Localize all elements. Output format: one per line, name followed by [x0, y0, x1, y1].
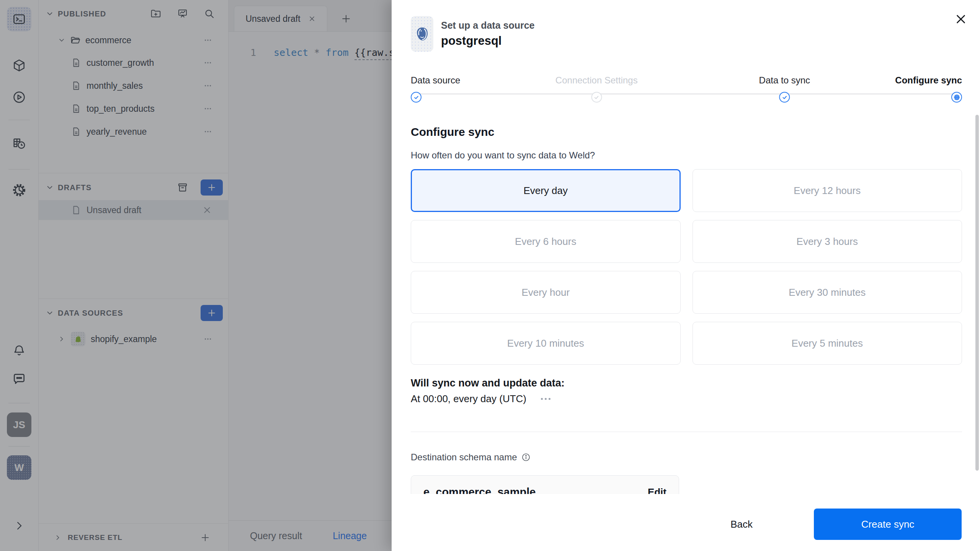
weld-app: JS W PUBLISHED [0, 0, 980, 551]
step-label: Connection Settings [555, 75, 638, 86]
setup-data-source-modal: Set up a data source postgresql Data sou… [392, 0, 980, 551]
setup-stepper: Data source Connection Settings Data to … [411, 75, 962, 104]
schema-name-field[interactable]: e_commerce_sample Edit [411, 475, 679, 494]
sync-option-every-6-hours[interactable]: Every 6 hours [411, 220, 681, 263]
schema-field-clipped: e_commerce_sample Edit [411, 475, 679, 494]
sync-option-every-hour[interactable]: Every hour [411, 271, 681, 314]
sync-option-every-10-minutes[interactable]: Every 10 minutes [411, 322, 681, 365]
modal-header-text: Set up a data source postgresql [441, 20, 535, 48]
modal-footer: Back Create sync [392, 497, 980, 551]
sync-schedule-more-icon[interactable] [541, 398, 550, 400]
modal-divider [411, 432, 962, 432]
step-label: Data to sync [759, 75, 810, 86]
step-configure-sync: Configure sync [895, 75, 962, 103]
sync-option-every-3-hours[interactable]: Every 3 hours [693, 220, 962, 263]
sync-frequency-options: Every day Every 12 hours Every 6 hours E… [411, 169, 962, 365]
step-check-icon [779, 92, 790, 103]
schema-name-label: Destination schema name [411, 452, 517, 463]
step-connection-settings: Connection Settings [555, 75, 638, 103]
schema-edit-button[interactable]: Edit [648, 486, 666, 494]
modal-header: Set up a data source postgresql [411, 16, 962, 52]
sync-summary-title: Will sync now and update data: [411, 377, 962, 389]
info-icon[interactable] [521, 453, 531, 462]
schema-name-value: e_commerce_sample [423, 486, 536, 494]
sync-frequency-question: How often do you want to sync data to We… [411, 150, 962, 161]
modal-eyebrow: Set up a data source [441, 20, 535, 31]
back-button[interactable]: Back [719, 511, 764, 538]
configure-sync-heading: Configure sync [411, 126, 962, 139]
step-data-to-sync: Data to sync [759, 75, 810, 103]
modal-body: Set up a data source postgresql Data sou… [392, 0, 980, 494]
step-label: Configure sync [895, 75, 962, 86]
create-sync-button[interactable]: Create sync [814, 509, 962, 540]
step-current-icon [951, 92, 962, 103]
modal-scrollbar[interactable] [975, 115, 979, 471]
sync-summary-value: At 00:00, every day (UTC) [411, 393, 526, 405]
postgresql-logo [411, 16, 433, 52]
sync-option-every-30-minutes[interactable]: Every 30 minutes [693, 271, 962, 314]
sync-option-every-12-hours[interactable]: Every 12 hours [693, 169, 962, 212]
sync-option-every-day[interactable]: Every day [411, 169, 681, 212]
step-data-source: Data source [411, 75, 460, 103]
close-modal-icon[interactable] [954, 12, 968, 26]
step-label: Data source [411, 75, 460, 86]
step-check-icon [411, 92, 421, 103]
modal-title: postgresql [441, 34, 535, 48]
sync-option-every-5-minutes[interactable]: Every 5 minutes [693, 322, 962, 365]
step-check-icon [591, 92, 602, 103]
stepper-line [415, 93, 958, 95]
